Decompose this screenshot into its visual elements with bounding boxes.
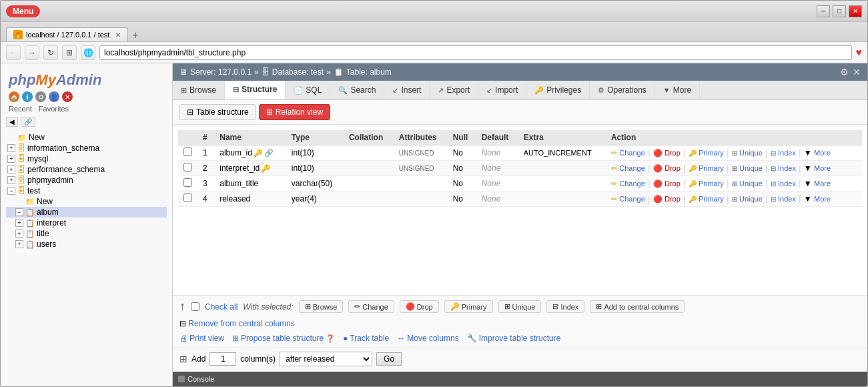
favorites-link[interactable]: Favorites: [39, 105, 69, 113]
tree-toggle-test[interactable]: −: [7, 187, 15, 195]
add-position-select[interactable]: after released at end of table at beginn…: [280, 352, 372, 366]
subtab-table-structure[interactable]: ⊟ Table structure: [179, 104, 256, 120]
tree-toggle-album[interactable]: −: [15, 208, 23, 216]
print-view-link[interactable]: 🖨 Print view: [179, 334, 224, 343]
opera-menu-button[interactable]: Menu: [6, 5, 40, 17]
th-default[interactable]: Default: [476, 130, 518, 145]
row4-primary-link[interactable]: Primary: [699, 195, 724, 203]
toolbar-primary-btn[interactable]: 🔑 Primary: [444, 300, 493, 313]
tab-sql[interactable]: 📄 SQL: [286, 81, 330, 99]
th-collation[interactable]: Collation: [344, 130, 394, 145]
recent-link[interactable]: Recent: [9, 105, 32, 113]
tree-item-mysql[interactable]: + 🗄 mysql: [6, 153, 167, 164]
maximize-button[interactable]: □: [833, 5, 846, 17]
tree-toggle-info-schema[interactable]: +: [7, 144, 15, 152]
tab-insert[interactable]: ↙ Insert: [384, 81, 430, 99]
row4-more-link[interactable]: More: [814, 195, 831, 203]
row1-index-link[interactable]: Index: [778, 149, 796, 157]
close-button[interactable]: ✕: [849, 5, 862, 17]
row3-drop-link[interactable]: Drop: [665, 179, 681, 187]
tab-privileges[interactable]: 🔑 Privileges: [526, 81, 590, 99]
tree-item-test[interactable]: − 🗄 test: [6, 185, 167, 196]
move-columns-link[interactable]: ↔ Move columns: [397, 334, 458, 343]
bookmark-button[interactable]: ♥: [856, 47, 863, 59]
propose-table-link[interactable]: ⊞ Propose table structure ❓: [232, 334, 335, 343]
row2-primary-link[interactable]: Primary: [699, 164, 724, 172]
tree-toggle-perf-schema[interactable]: +: [7, 165, 15, 173]
breadcrumb-table[interactable]: Table: album: [346, 67, 392, 77]
check-all-link[interactable]: Check all: [205, 302, 238, 312]
row1-change-link[interactable]: Change: [619, 149, 645, 157]
toolbar-index-btn[interactable]: ⊟ Index: [546, 300, 584, 313]
toolbar-browse-btn[interactable]: ⊞ Browse: [299, 300, 344, 313]
tab-more[interactable]: ▼ More: [655, 81, 700, 99]
toolbar-unique-btn[interactable]: ⊞ Unique: [498, 300, 542, 313]
sidebar-link-btn[interactable]: 🔗: [21, 117, 35, 127]
row4-index-link[interactable]: Index: [778, 195, 796, 203]
row1-unique-link[interactable]: Unique: [739, 149, 763, 157]
tree-item-users[interactable]: + 📋 users: [6, 239, 167, 250]
breadcrumb-server[interactable]: Server: 127.0.0.1: [190, 67, 252, 77]
toolbar-drop-btn[interactable]: 🔴 Drop: [400, 300, 439, 313]
tab-browse[interactable]: ⊞ Browse: [173, 81, 225, 99]
row1-drop-link[interactable]: Drop: [665, 149, 681, 157]
tree-toggle-interpret[interactable]: +: [15, 219, 23, 227]
new-tab-button[interactable]: +: [129, 29, 141, 41]
row3-more-link[interactable]: More: [814, 179, 831, 187]
tree-toggle-mysql[interactable]: +: [7, 155, 15, 163]
minimize-button[interactable]: ─: [817, 5, 830, 17]
th-name[interactable]: Name: [214, 130, 286, 145]
th-extra[interactable]: Extra: [518, 130, 606, 145]
row2-more-link[interactable]: More: [814, 164, 831, 172]
exit-icon[interactable]: ✕: [62, 91, 73, 102]
tree-item-interpret[interactable]: + 📋 interpret: [6, 218, 167, 228]
panel-settings-icon[interactable]: ⚙: [840, 67, 849, 77]
info-icon[interactable]: ℹ: [22, 91, 33, 102]
toolbar-change-btn[interactable]: ✏ Change: [348, 300, 394, 313]
tree-item-new-root[interactable]: 📁 New: [6, 132, 167, 143]
browser-tab-active[interactable]: 🔥 localhost / 127.0.0.1 / test ✕: [6, 27, 128, 41]
row3-checkbox[interactable]: [183, 178, 192, 187]
row2-checkbox[interactable]: [183, 163, 192, 171]
tree-toggle-users[interactable]: +: [15, 240, 23, 248]
tree-toggle-phpmyadmin[interactable]: +: [7, 176, 15, 184]
url-input[interactable]: [99, 45, 852, 60]
tab-operations[interactable]: ⚙ Operations: [590, 81, 655, 99]
sidebar-collapse-btn[interactable]: ◀: [6, 117, 18, 127]
row4-checkbox[interactable]: [183, 193, 192, 202]
remove-central-link[interactable]: Remove from central columns: [188, 319, 294, 328]
tab-search[interactable]: 🔍 Search: [330, 81, 384, 99]
settings-icon[interactable]: ⚙: [35, 91, 46, 102]
add-go-button[interactable]: Go: [376, 352, 402, 366]
subtab-relation-view[interactable]: ⊞ Relation view: [259, 104, 330, 120]
row3-unique-link[interactable]: Unique: [739, 179, 763, 187]
row3-change-link[interactable]: Change: [619, 179, 645, 187]
refresh-button[interactable]: ↻: [43, 45, 58, 60]
row4-unique-link[interactable]: Unique: [739, 195, 763, 203]
tree-item-title[interactable]: + 📋 title: [6, 228, 167, 239]
tree-item-phpmyadmin[interactable]: + 🗄 phpmyadmin: [6, 175, 167, 185]
tree-item-information-schema[interactable]: + 🗄 information_schema: [6, 143, 167, 153]
track-table-link[interactable]: ● Track table: [343, 334, 389, 343]
home-button[interactable]: ⊞: [62, 45, 77, 60]
tree-item-performance-schema[interactable]: + 🗄 performance_schema: [6, 164, 167, 175]
add-column-count-input[interactable]: [209, 352, 236, 366]
row3-primary-link[interactable]: Primary: [699, 179, 724, 187]
panel-expand-icon[interactable]: ✕: [853, 67, 861, 77]
row4-drop-link[interactable]: Drop: [665, 195, 681, 203]
propose-help-icon[interactable]: ❓: [326, 334, 335, 343]
tree-item-album[interactable]: − 📋 album: [6, 207, 167, 218]
row1-more-link[interactable]: More: [814, 149, 831, 157]
row2-drop-link[interactable]: Drop: [665, 164, 681, 172]
tree-item-test-new[interactable]: 📁 New: [6, 196, 167, 207]
back-button[interactable]: ←: [6, 45, 21, 60]
row3-index-link[interactable]: Index: [778, 179, 796, 187]
tab-structure[interactable]: ⊟ Structure: [225, 81, 286, 99]
row1-checkbox[interactable]: [183, 147, 192, 156]
th-attributes[interactable]: Attributes: [394, 130, 448, 145]
breadcrumb-database[interactable]: Database: test: [272, 67, 324, 77]
row2-unique-link[interactable]: Unique: [739, 164, 763, 172]
row1-primary-link[interactable]: Primary: [699, 149, 724, 157]
row2-change-link[interactable]: Change: [619, 164, 645, 172]
check-all-checkbox[interactable]: [191, 302, 199, 311]
